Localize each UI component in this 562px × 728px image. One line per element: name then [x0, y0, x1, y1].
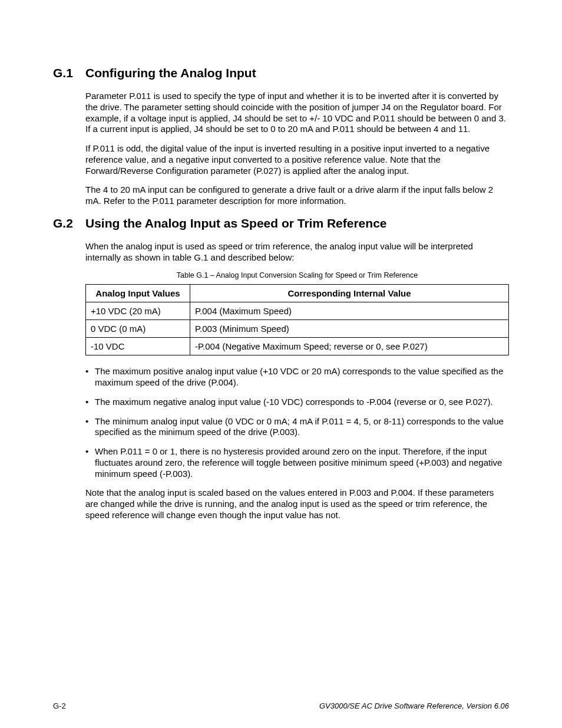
bullet-list: The maximum positive analog input value …: [85, 366, 509, 479]
section-title: Configuring the Analog Input: [85, 66, 256, 80]
table-header-row: Analog Input Values Corresponding Intern…: [86, 285, 509, 302]
list-item: The minimum analog input value (0 VDC or…: [85, 416, 509, 439]
table-row: -10 VDC -P.004 (Negative Maximum Speed; …: [86, 338, 509, 355]
conversion-scaling-table: Analog Input Values Corresponding Intern…: [85, 284, 509, 355]
page-number: G-2: [53, 701, 66, 710]
table-cell: +10 VDC (20 mA): [86, 302, 190, 320]
table-caption: Table G.1 – Analog Input Conversion Scal…: [85, 271, 509, 279]
table-header-cell: Corresponding Internal Value: [190, 285, 509, 302]
section-body-g2: When the analog input is used as speed o…: [85, 241, 509, 521]
table-row: +10 VDC (20 mA) P.004 (Maximum Speed): [86, 302, 509, 320]
paragraph: Parameter P.011 is used to specify the t…: [85, 91, 509, 135]
paragraph: Note that the analog input is scaled bas…: [85, 487, 509, 521]
section-number: G.1: [53, 66, 85, 80]
section-title: Using the Analog Input as Speed or Trim …: [85, 216, 387, 230]
table-cell: P.004 (Maximum Speed): [190, 302, 509, 320]
table-row: 0 VDC (0 mA) P.003 (Minimum Speed): [86, 320, 509, 338]
section-number: G.2: [53, 216, 85, 230]
document-reference: GV3000/SE AC Drive Software Reference, V…: [319, 701, 509, 710]
list-item: When P.011 = 0 or 1, there is no hystere…: [85, 446, 509, 479]
section-heading-g1: G.1 Configuring the Analog Input: [53, 66, 509, 80]
table-cell: -P.004 (Negative Maximum Speed; reverse …: [190, 338, 509, 355]
table-cell: -10 VDC: [86, 338, 190, 355]
section-heading-g2: G.2 Using the Analog Input as Speed or T…: [53, 216, 509, 230]
table-header-cell: Analog Input Values: [86, 285, 190, 302]
page-footer: G-2 GV3000/SE AC Drive Software Referenc…: [53, 701, 509, 710]
document-page: G.1 Configuring the Analog Input Paramet…: [0, 0, 562, 728]
table-cell: P.003 (Minimum Speed): [190, 320, 509, 338]
paragraph: If P.011 is odd, the digital value of th…: [85, 143, 509, 176]
paragraph: The 4 to 20 mA input can be configured t…: [85, 185, 509, 207]
list-item: The maximum negative analog input value …: [85, 397, 509, 408]
section-body-g1: Parameter P.011 is used to specify the t…: [85, 91, 509, 207]
paragraph: When the analog input is used as speed o…: [85, 241, 509, 263]
list-item: The maximum positive analog input value …: [85, 366, 509, 388]
table-cell: 0 VDC (0 mA): [86, 320, 190, 338]
